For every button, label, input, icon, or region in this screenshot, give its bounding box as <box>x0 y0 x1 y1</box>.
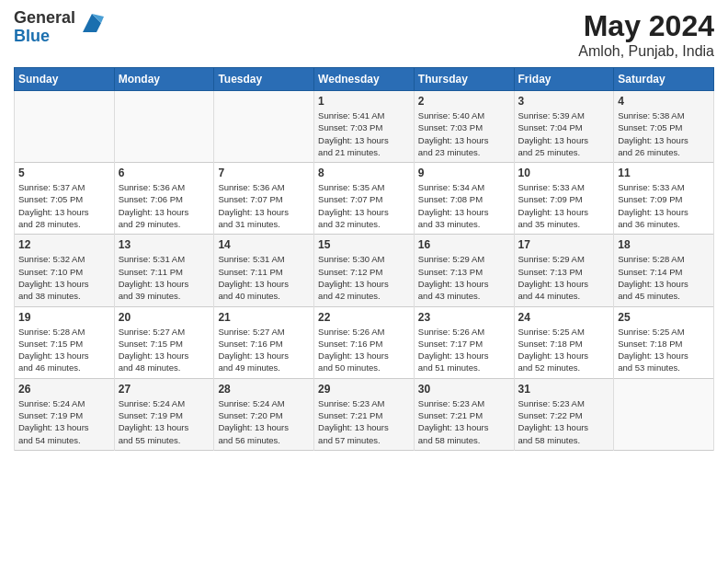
day-number: 18 <box>618 238 710 251</box>
day-number: 7 <box>218 167 310 179</box>
day-info: Sunrise: 5:40 AM Sunset: 7:03 PM Dayligh… <box>418 109 510 158</box>
day-info: Sunrise: 5:24 AM Sunset: 7:19 PM Dayligh… <box>119 397 210 446</box>
calendar-cell: 6Sunrise: 5:36 AM Sunset: 7:06 PM Daylig… <box>114 163 214 235</box>
calendar-week-1: 1Sunrise: 5:41 AM Sunset: 7:03 PM Daylig… <box>15 91 714 163</box>
logo-general: General <box>14 8 75 27</box>
calendar-cell: 18Sunrise: 5:28 AM Sunset: 7:14 PM Dayli… <box>614 235 714 306</box>
calendar-cell: 27Sunrise: 5:24 AM Sunset: 7:19 PM Dayli… <box>114 378 214 450</box>
logo: General Blue <box>14 9 106 46</box>
day-info: Sunrise: 5:37 AM Sunset: 7:05 PM Dayligh… <box>18 181 110 230</box>
day-info: Sunrise: 5:23 AM Sunset: 7:22 PM Dayligh… <box>518 397 610 446</box>
day-info: Sunrise: 5:28 AM Sunset: 7:14 PM Dayligh… <box>618 253 710 302</box>
calendar-cell: 19Sunrise: 5:28 AM Sunset: 7:15 PM Dayli… <box>15 306 115 378</box>
logo-icon <box>78 9 106 37</box>
day-info: Sunrise: 5:33 AM Sunset: 7:09 PM Dayligh… <box>518 181 610 230</box>
calendar-week-2: 5Sunrise: 5:37 AM Sunset: 7:05 PM Daylig… <box>15 163 714 235</box>
subtitle: Amloh, Punjab, India <box>578 43 714 60</box>
calendar-table: SundayMondayTuesdayWednesdayThursdayFrid… <box>14 67 714 451</box>
day-number: 11 <box>618 167 710 179</box>
day-info: Sunrise: 5:27 AM Sunset: 7:15 PM Dayligh… <box>119 326 210 374</box>
day-number: 25 <box>618 311 710 324</box>
calendar-cell: 22Sunrise: 5:26 AM Sunset: 7:16 PM Dayli… <box>314 306 415 378</box>
main-container: General Blue May 2024 Amloh, Punjab, Ind… <box>0 0 728 455</box>
calendar-cell: 23Sunrise: 5:26 AM Sunset: 7:17 PM Dayli… <box>414 306 514 378</box>
calendar-week-3: 12Sunrise: 5:32 AM Sunset: 7:10 PM Dayli… <box>15 235 714 306</box>
calendar-cell: 26Sunrise: 5:24 AM Sunset: 7:19 PM Dayli… <box>15 378 115 450</box>
calendar-cell: 15Sunrise: 5:30 AM Sunset: 7:12 PM Dayli… <box>314 235 415 306</box>
day-info: Sunrise: 5:31 AM Sunset: 7:11 PM Dayligh… <box>119 253 210 302</box>
day-number: 17 <box>518 238 610 251</box>
day-info: Sunrise: 5:30 AM Sunset: 7:12 PM Dayligh… <box>318 253 410 302</box>
day-number: 21 <box>218 311 310 324</box>
day-number: 9 <box>418 167 510 179</box>
day-number: 24 <box>518 311 610 324</box>
weekday-header-sunday: Sunday <box>15 68 115 91</box>
day-info: Sunrise: 5:31 AM Sunset: 7:11 PM Dayligh… <box>218 253 310 302</box>
day-number: 13 <box>119 238 210 251</box>
day-info: Sunrise: 5:39 AM Sunset: 7:04 PM Dayligh… <box>518 109 610 158</box>
calendar-cell <box>114 91 214 163</box>
day-info: Sunrise: 5:35 AM Sunset: 7:07 PM Dayligh… <box>318 181 410 230</box>
calendar-cell: 21Sunrise: 5:27 AM Sunset: 7:16 PM Dayli… <box>214 306 314 378</box>
day-info: Sunrise: 5:29 AM Sunset: 7:13 PM Dayligh… <box>418 253 510 302</box>
day-number: 22 <box>318 311 410 324</box>
calendar-cell: 31Sunrise: 5:23 AM Sunset: 7:22 PM Dayli… <box>514 378 614 450</box>
calendar-cell: 2Sunrise: 5:40 AM Sunset: 7:03 PM Daylig… <box>414 91 514 163</box>
day-number: 28 <box>218 383 310 396</box>
calendar-cell: 1Sunrise: 5:41 AM Sunset: 7:03 PM Daylig… <box>314 91 415 163</box>
calendar-cell: 12Sunrise: 5:32 AM Sunset: 7:10 PM Dayli… <box>15 235 115 306</box>
title-block: May 2024 Amloh, Punjab, India <box>578 9 714 60</box>
day-info: Sunrise: 5:27 AM Sunset: 7:16 PM Dayligh… <box>218 326 310 374</box>
calendar-cell: 13Sunrise: 5:31 AM Sunset: 7:11 PM Dayli… <box>114 235 214 306</box>
day-info: Sunrise: 5:32 AM Sunset: 7:10 PM Dayligh… <box>18 253 110 302</box>
day-info: Sunrise: 5:25 AM Sunset: 7:18 PM Dayligh… <box>618 326 710 374</box>
day-number: 30 <box>418 383 510 396</box>
calendar-cell: 5Sunrise: 5:37 AM Sunset: 7:05 PM Daylig… <box>15 163 115 235</box>
day-info: Sunrise: 5:38 AM Sunset: 7:05 PM Dayligh… <box>618 109 710 158</box>
calendar-cell: 14Sunrise: 5:31 AM Sunset: 7:11 PM Dayli… <box>214 235 314 306</box>
calendar-cell: 17Sunrise: 5:29 AM Sunset: 7:13 PM Dayli… <box>514 235 614 306</box>
calendar-cell <box>214 91 314 163</box>
day-number: 4 <box>618 95 710 108</box>
day-info: Sunrise: 5:25 AM Sunset: 7:18 PM Dayligh… <box>518 326 610 374</box>
weekday-header-friday: Friday <box>514 68 614 91</box>
day-number: 29 <box>318 383 410 396</box>
day-number: 8 <box>318 167 410 179</box>
day-number: 31 <box>518 383 610 396</box>
weekday-header-wednesday: Wednesday <box>314 68 415 91</box>
day-info: Sunrise: 5:24 AM Sunset: 7:20 PM Dayligh… <box>218 397 310 446</box>
calendar-cell: 7Sunrise: 5:36 AM Sunset: 7:07 PM Daylig… <box>214 163 314 235</box>
logo-text: General Blue <box>14 9 106 46</box>
calendar-cell: 30Sunrise: 5:23 AM Sunset: 7:21 PM Dayli… <box>414 378 514 450</box>
calendar-cell: 3Sunrise: 5:39 AM Sunset: 7:04 PM Daylig… <box>514 91 614 163</box>
day-info: Sunrise: 5:34 AM Sunset: 7:08 PM Dayligh… <box>418 181 510 230</box>
day-info: Sunrise: 5:41 AM Sunset: 7:03 PM Dayligh… <box>318 109 410 158</box>
day-info: Sunrise: 5:36 AM Sunset: 7:06 PM Dayligh… <box>119 181 210 230</box>
calendar-cell: 16Sunrise: 5:29 AM Sunset: 7:13 PM Dayli… <box>414 235 514 306</box>
calendar-week-5: 26Sunrise: 5:24 AM Sunset: 7:19 PM Dayli… <box>15 378 714 450</box>
day-number: 5 <box>18 167 110 179</box>
calendar-cell: 25Sunrise: 5:25 AM Sunset: 7:18 PM Dayli… <box>614 306 714 378</box>
calendar-cell: 29Sunrise: 5:23 AM Sunset: 7:21 PM Dayli… <box>314 378 415 450</box>
day-number: 16 <box>418 238 510 251</box>
day-info: Sunrise: 5:36 AM Sunset: 7:07 PM Dayligh… <box>218 181 310 230</box>
weekday-header-tuesday: Tuesday <box>214 68 314 91</box>
calendar-week-4: 19Sunrise: 5:28 AM Sunset: 7:15 PM Dayli… <box>15 306 714 378</box>
day-number: 12 <box>18 238 110 251</box>
calendar-cell: 8Sunrise: 5:35 AM Sunset: 7:07 PM Daylig… <box>314 163 415 235</box>
day-number: 26 <box>18 383 110 396</box>
calendar-cell <box>614 378 714 450</box>
main-title: May 2024 <box>578 9 714 43</box>
calendar-cell <box>15 91 115 163</box>
header: General Blue May 2024 Amloh, Punjab, Ind… <box>14 9 714 60</box>
calendar-cell: 20Sunrise: 5:27 AM Sunset: 7:15 PM Dayli… <box>114 306 214 378</box>
day-info: Sunrise: 5:23 AM Sunset: 7:21 PM Dayligh… <box>418 397 510 446</box>
day-number: 23 <box>418 311 510 324</box>
calendar-cell: 11Sunrise: 5:33 AM Sunset: 7:09 PM Dayli… <box>614 163 714 235</box>
day-number: 19 <box>18 311 110 324</box>
calendar-cell: 10Sunrise: 5:33 AM Sunset: 7:09 PM Dayli… <box>514 163 614 235</box>
calendar-header-row: SundayMondayTuesdayWednesdayThursdayFrid… <box>15 68 714 91</box>
calendar-cell: 24Sunrise: 5:25 AM Sunset: 7:18 PM Dayli… <box>514 306 614 378</box>
day-number: 14 <box>218 238 310 251</box>
day-number: 3 <box>518 95 610 108</box>
